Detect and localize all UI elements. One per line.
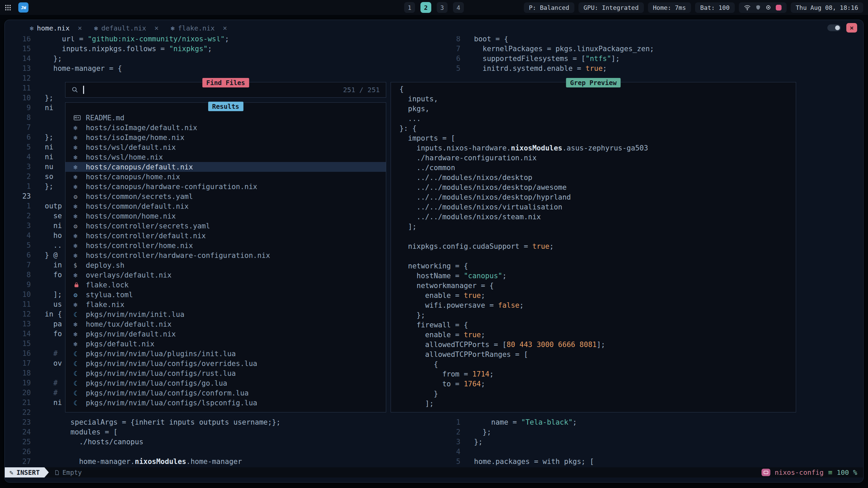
telescope-prompt[interactable]: Find Files 251 / 251 [65, 82, 386, 98]
power-profile-module[interactable]: P: Balanced [524, 2, 574, 13]
file-result[interactable]: ❄hosts/canopus/home.nix [65, 172, 386, 182]
line-number: 10 [5, 93, 31, 103]
workspace-button-1[interactable]: 1 [404, 2, 415, 13]
preview-code-line: { [399, 360, 796, 369]
lua-icon: ☾ [74, 311, 86, 318]
preview-code-line: } [399, 389, 796, 399]
statusline: ✎ INSERT Empty nixos-config ≡ 100 % [5, 467, 863, 477]
close-icon[interactable]: × [846, 23, 857, 33]
file-result[interactable]: ☾pkgs/nvim/nvim/lua/configs/rust.lua [65, 368, 386, 378]
nix-icon: ❄ [74, 163, 86, 171]
tab-flake.nix[interactable]: ❄flake.nix× [171, 24, 227, 32]
line-number: 27 [5, 457, 31, 467]
file-result[interactable]: ❄hosts/canopus/hardware-configuration.ni… [65, 182, 386, 191]
tab-close-icon[interactable]: × [223, 24, 227, 32]
line-number: 6 [5, 250, 31, 260]
workspace-button-2[interactable]: 2 [420, 2, 431, 13]
indicator-icon[interactable] [766, 5, 771, 10]
preview-code-line: allowedTCPPortRanges = [ [399, 350, 796, 360]
file-result[interactable]: ⚙stylua.toml [65, 290, 386, 300]
mode-label: INSERT [16, 469, 40, 476]
file-name: pkgs/nvim/nvim/lua/configs/rust.lua [86, 369, 236, 378]
file-result[interactable]: ❄hosts/controller/home.nix [65, 241, 386, 250]
nix-icon: ❄ [171, 25, 175, 32]
file-result[interactable]: ☾pkgs/nvim/nvim/lua/configs/overrides.lu… [65, 359, 386, 368]
shield-icon[interactable] [755, 5, 761, 10]
workspace-button-3[interactable]: 3 [437, 2, 448, 13]
file-result[interactable]: ❄hosts/canopus/default.nix [65, 162, 386, 172]
file-name: pkgs/nvim/nvim/lua/configs/go.lua [86, 379, 227, 387]
gpu-module[interactable]: GPU: Integrated [578, 2, 644, 13]
file-result[interactable]: ❄flake.nix [65, 300, 386, 309]
app-launcher-icon[interactable] [5, 4, 12, 11]
file-result[interactable]: ❄pkgs/nvim/default.nix [65, 329, 386, 339]
file-result[interactable]: ☾pkgs/nvim/nvim/lua/plugins/init.lua [65, 349, 386, 359]
preview-code-line: }; [399, 310, 796, 320]
file-name: pkgs/nvim/default.nix [86, 330, 176, 338]
file-result[interactable]: ❄overlays/default.nix [65, 270, 386, 280]
tab-close-icon[interactable]: × [78, 24, 82, 32]
file-result[interactable]: ☾pkgs/nvim/nvim/lua/configs/lspconfig.lu… [65, 398, 386, 408]
file-result[interactable]: ❄hosts/wsl/default.nix [65, 142, 386, 152]
workspaces: 1234 [404, 2, 464, 13]
recording-icon[interactable] [776, 5, 782, 11]
code-line: 1 name = "Tela-black"; [452, 418, 863, 427]
nix-icon: ❄ [74, 301, 86, 308]
file-result[interactable]: ❄hosts/common/default.nix [65, 201, 386, 211]
file-result[interactable]: ❄hosts/isoImage/default.nix [65, 123, 386, 133]
tabs: ❄home.nix×❄default.nix×❄flake.nix× [30, 24, 227, 32]
file-result[interactable]: ❄pkgs/default.nix [65, 339, 386, 349]
line-number: 7 [5, 123, 31, 133]
file-result[interactable]: ☾pkgs/nvim/nvim/lua/configs/conform.lua [65, 388, 386, 398]
file-name: hosts/isoImage/home.nix [86, 134, 184, 142]
file-result[interactable]: ❄home/tux/default.nix [65, 319, 386, 329]
line-number: 5 [452, 457, 460, 467]
file-result[interactable]: ❄hosts/controller/hardware-configuration… [65, 250, 386, 260]
file-name: pkgs/nvim/nvim/init.lua [86, 310, 184, 319]
file-name: home/tux/default.nix [86, 320, 172, 328]
file-result[interactable]: README.md [65, 113, 386, 123]
code-line: 4 [452, 447, 863, 457]
nix-icon: ❄ [74, 134, 86, 141]
file-result[interactable]: ❄hosts/isoImage/home.nix [65, 133, 386, 142]
file-name: hosts/canopus/hardware-configuration.nix [86, 183, 257, 191]
file-name: pkgs/nvim/nvim/lua/plugins/init.lua [86, 350, 236, 358]
code-line: 23 specialArgs = {inherit inputs outputs… [5, 418, 452, 427]
file-result[interactable]: ⚙hosts/controller/secrets.yaml [65, 221, 386, 231]
tab-close-icon[interactable]: × [154, 24, 159, 32]
line-number: 1 [5, 182, 31, 191]
file-result[interactable]: ❄hosts/controller/default.nix [65, 231, 386, 241]
file-name: hosts/controller/secrets.yaml [86, 222, 210, 230]
lua-icon: ☾ [74, 360, 86, 367]
file-result[interactable]: ☾pkgs/nvim/nvim/lua/configs/go.lua [65, 378, 386, 388]
lua-icon: ☾ [74, 370, 86, 377]
line-number: 1 [5, 201, 31, 211]
telescope-results: Results README.md❄hosts/isoImage/default… [65, 102, 386, 412]
toggle-switch[interactable] [827, 24, 841, 31]
tabbar: ❄home.nix×❄default.nix×❄flake.nix× × [5, 20, 863, 36]
tab-home.nix[interactable]: ❄home.nix× [30, 24, 82, 32]
preview-code-line: networkmanager = { [399, 281, 796, 291]
latency-module[interactable]: Home: 7ms [648, 2, 691, 13]
search-icon [72, 86, 78, 93]
file-result[interactable]: $deploy.sh [65, 260, 386, 270]
workspace-button-4[interactable]: 4 [453, 2, 464, 13]
file-result[interactable]: ❄hosts/common/home.nix [65, 211, 386, 221]
file-result[interactable]: ⚙hosts/common/secrets.yaml [65, 191, 386, 201]
file-name: stylua.toml [86, 291, 133, 299]
logo-icon[interactable]: JW [18, 2, 28, 13]
preview-code-line [399, 251, 796, 261]
line-number: 14 [5, 54, 31, 64]
code-line: 24 modules = [ [5, 427, 452, 437]
project-name: nixos-config [775, 468, 824, 476]
wifi-icon[interactable] [744, 5, 751, 11]
file-result[interactable]: ❄hosts/wsl/home.nix [65, 152, 386, 162]
line-number: 9 [5, 280, 31, 290]
file-result[interactable]: flake.lock [65, 280, 386, 290]
file-name: hosts/isoImage/default.nix [86, 124, 197, 132]
file-result[interactable]: ☾pkgs/nvim/nvim/init.lua [65, 309, 386, 319]
battery-module[interactable]: Bat: 100 [695, 2, 735, 13]
clock[interactable]: Thu Aug 08, 18:16 [791, 2, 863, 13]
tab-default.nix[interactable]: ❄default.nix× [94, 24, 159, 32]
result-count: 251 / 251 [343, 86, 380, 94]
